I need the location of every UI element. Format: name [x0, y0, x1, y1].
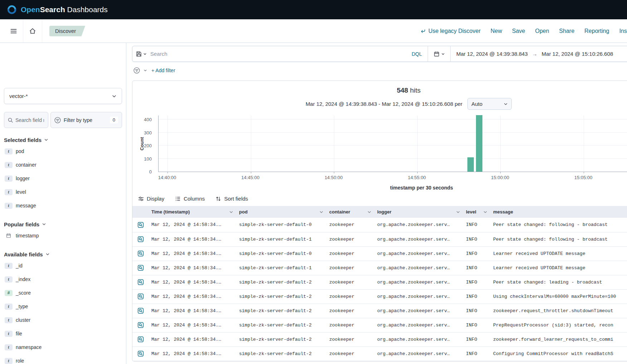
- cell-time: Mar 12, 2024 @ 14:58:34.…: [149, 261, 236, 275]
- cell-container: zookeeper: [326, 332, 374, 346]
- date-range-start[interactable]: Mar 12, 2024 @ 14:39:38.843: [456, 51, 528, 57]
- x-tick-label: 15:00:00: [491, 175, 509, 180]
- chevron-down-icon: [441, 52, 445, 56]
- section-header-popular-fields[interactable]: Popular fields: [4, 220, 122, 229]
- toolbar-label: Columns: [184, 196, 205, 202]
- column-header-logger[interactable]: logger: [374, 206, 463, 218]
- index-pattern-select[interactable]: vector-*: [4, 88, 122, 104]
- toolbar-display-button[interactable]: Display: [138, 196, 164, 202]
- inspect-document-button[interactable]: [136, 249, 145, 258]
- inspect-document-button[interactable]: [136, 263, 145, 272]
- column-label: Time (timestamp): [151, 209, 190, 215]
- filter-options-button[interactable]: [132, 66, 141, 75]
- inspect-document-button[interactable]: [136, 292, 145, 301]
- cell-expand: [132, 304, 149, 318]
- field-item-role[interactable]: trole: [4, 354, 122, 364]
- x-tick-label: 15:05:00: [574, 175, 593, 180]
- inspect-document-button[interactable]: [136, 235, 145, 244]
- cell-level: INFO: [463, 332, 490, 346]
- opensearch-logo-icon: [6, 4, 17, 15]
- cell-message: Learner received UPTODATE message: [490, 261, 627, 275]
- filter-by-type-button[interactable]: Filter by type 0: [50, 112, 122, 128]
- cell-logger: org.apache.zookeeper.serv…: [374, 232, 463, 246]
- nav-link-label: New: [491, 28, 502, 34]
- column-header-message[interactable]: message: [490, 206, 627, 218]
- cell-time: Mar 12, 2024 @ 14:58:34.…: [149, 318, 236, 332]
- inspect-document-button[interactable]: [136, 349, 145, 358]
- cell-expand: [132, 289, 149, 304]
- column-header-pod[interactable]: pod: [236, 206, 326, 218]
- field-item-cluster[interactable]: tcluster: [4, 313, 122, 327]
- inspect-document-button[interactable]: [136, 335, 145, 344]
- inspect-document-button[interactable]: [136, 306, 145, 315]
- field-item-level[interactable]: tlevel: [4, 185, 122, 199]
- field-item-namespace[interactable]: tnamespace: [4, 340, 122, 354]
- field-item-logger[interactable]: tlogger: [4, 172, 122, 185]
- field-item-message[interactable]: tmessage: [4, 199, 122, 212]
- nav-bar: Discover Use legacy DiscoverNewSaveOpenS…: [0, 19, 627, 43]
- field-item-index[interactable]: t_index: [4, 272, 122, 286]
- nav-link-use-legacy-discover[interactable]: Use legacy Discover: [420, 28, 481, 34]
- field-item-timestamp[interactable]: timestamp: [4, 229, 122, 242]
- column-label: logger: [377, 209, 392, 215]
- toolbar-columns-button[interactable]: Columns: [175, 196, 205, 202]
- histogram-bar[interactable]: [467, 157, 474, 172]
- cell-logger: org.apache.zookeeper.serv…: [374, 346, 463, 361]
- hamburger-icon: [10, 28, 17, 35]
- date-range-end[interactable]: Mar 12, 2024 @ 15:10:26.608: [542, 51, 613, 57]
- nav-link-reporting[interactable]: Reporting: [584, 28, 609, 34]
- histogram-bar[interactable]: [476, 115, 482, 172]
- query-language-button[interactable]: DQL: [406, 46, 428, 62]
- gridline: [159, 132, 627, 133]
- cell-time: Mar 12, 2024 @ 14:58:34.…: [149, 218, 236, 232]
- field-item-type[interactable]: t_type: [4, 300, 122, 313]
- saved-query-button[interactable]: [132, 46, 150, 62]
- cell-expand: [132, 318, 149, 332]
- columns-icon: [175, 196, 181, 202]
- nav-link-new[interactable]: New: [491, 28, 502, 34]
- nav-link-share[interactable]: Share: [559, 28, 574, 34]
- field-item-score[interactable]: #_score: [4, 286, 122, 300]
- section-header-selected-fields[interactable]: Selected fields: [4, 135, 122, 144]
- return-arrow-icon: [420, 28, 426, 34]
- nav-link-label: Save: [512, 28, 525, 34]
- chevron-down-icon: [45, 252, 50, 256]
- inspect-document-button[interactable]: [136, 277, 145, 287]
- chevron-down-icon: [42, 222, 46, 226]
- menu-button[interactable]: [6, 23, 21, 39]
- toolbar-sort-fields-button[interactable]: Sort fields: [215, 196, 248, 202]
- cell-level: INFO: [463, 232, 490, 246]
- home-button[interactable]: [25, 23, 40, 39]
- nav-link-open[interactable]: Open: [535, 28, 549, 34]
- chevron-down-icon[interactable]: [367, 210, 371, 214]
- chevron-down-icon[interactable]: [483, 210, 487, 214]
- field-item-file[interactable]: tfile: [4, 327, 122, 340]
- column-header-container[interactable]: container: [326, 206, 374, 218]
- add-filter-button[interactable]: + Add filter: [151, 68, 175, 73]
- section-header-available-fields[interactable]: Available fields: [4, 250, 122, 259]
- chevron-down-icon[interactable]: [456, 210, 460, 214]
- column-label: message: [493, 209, 513, 215]
- nav-link-inspect[interactable]: Inspect: [619, 28, 627, 34]
- inspect-document-button[interactable]: [136, 320, 145, 330]
- column-header-time-timestamp[interactable]: Time (timestamp): [149, 206, 236, 218]
- filter-circle-icon: [54, 117, 61, 123]
- field-item-pod[interactable]: tpod: [4, 144, 122, 158]
- field-item-container[interactable]: tcontainer: [4, 158, 122, 172]
- inspect-document-button[interactable]: [136, 220, 145, 230]
- table-row: Mar 12, 2024 @ 14:58:34.…simple-zk-serve…: [132, 275, 627, 289]
- nav-link-save[interactable]: Save: [512, 28, 525, 34]
- field-item-id[interactable]: t_id: [4, 259, 122, 272]
- column-header-level[interactable]: level: [463, 206, 490, 218]
- search-input[interactable]: [150, 46, 406, 62]
- chevron-down-icon[interactable]: [229, 210, 233, 214]
- section-title: Selected fields: [4, 137, 42, 143]
- home-icon: [29, 28, 36, 35]
- cell-time: Mar 12, 2024 @ 14:58:34.…: [149, 346, 236, 361]
- chevron-down-icon[interactable]: [319, 210, 324, 214]
- interval-select[interactable]: Auto: [467, 98, 512, 110]
- date-quick-select-button[interactable]: [428, 46, 450, 62]
- field-search-input[interactable]: [15, 117, 44, 123]
- calendar-icon: [434, 51, 439, 57]
- cell-logger: org.apache.zookeeper.serv…: [374, 332, 463, 346]
